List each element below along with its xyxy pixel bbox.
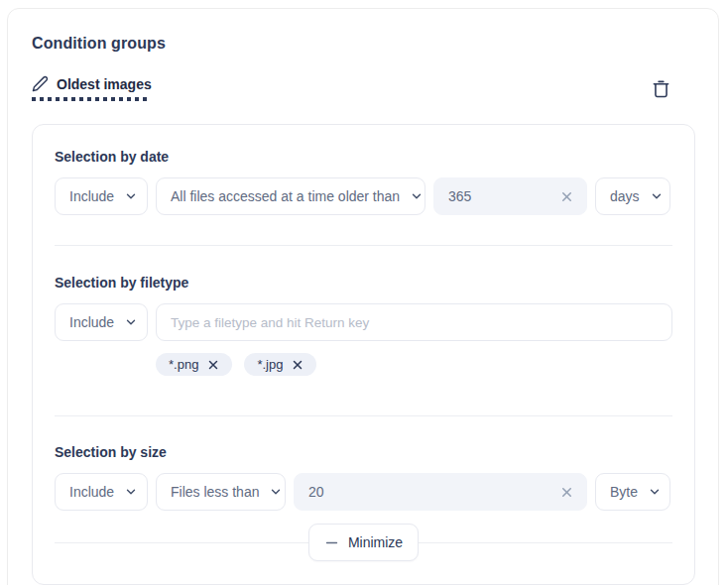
group-name-underline (32, 97, 149, 101)
remove-tag-icon[interactable] (207, 359, 219, 371)
section-divider (55, 245, 672, 246)
minimize-row: Minimize (55, 524, 672, 561)
minimize-label: Minimize (348, 534, 403, 550)
minimize-button[interactable]: Minimize (308, 524, 419, 561)
minus-icon (324, 535, 339, 550)
date-value-input[interactable] (448, 188, 559, 204)
filetype-tag: *.png (156, 353, 232, 376)
filetype-tag-label: *.jpg (257, 357, 283, 372)
size-unit-dropdown[interactable]: Byte (595, 473, 670, 511)
chevron-down-icon (648, 485, 662, 499)
date-include-dropdown[interactable]: Include (55, 177, 148, 215)
section-divider (55, 415, 672, 416)
filetype-input[interactable] (171, 315, 658, 330)
size-include-dropdown[interactable]: Include (55, 473, 148, 511)
date-unit-label: days (610, 188, 640, 204)
section-filetype-heading: Selection by filetype (55, 275, 672, 291)
date-condition-label: All files accessed at a time older than (171, 188, 400, 204)
condition-groups-panel: Condition groups Oldest images Selection… (7, 8, 719, 585)
chevron-down-icon (650, 189, 664, 203)
section-size-heading: Selection by size (55, 444, 672, 460)
group-name-editable[interactable]: Oldest images (32, 75, 152, 101)
group-name-label: Oldest images (57, 76, 152, 92)
date-unit-dropdown[interactable]: days (595, 177, 670, 215)
trash-icon[interactable] (650, 77, 672, 103)
size-condition-label: Files less than (171, 484, 259, 500)
chevron-down-icon (124, 485, 138, 499)
date-include-label: Include (69, 188, 114, 204)
pencil-icon[interactable] (32, 75, 49, 92)
filetype-tags: *.png *.jpg (156, 353, 672, 376)
filetype-include-dropdown[interactable]: Include (55, 303, 148, 341)
size-value-field (294, 473, 587, 511)
chevron-down-icon (124, 189, 138, 203)
page-title: Condition groups (32, 35, 694, 53)
chevron-down-icon (124, 315, 138, 329)
section-date-heading: Selection by date (55, 149, 672, 165)
group-header: Oldest images (32, 75, 694, 103)
size-include-label: Include (69, 484, 114, 500)
chevron-down-icon (269, 485, 283, 499)
section-filetype: Selection by filetype Include *.png (55, 275, 672, 376)
filetype-include-label: Include (69, 314, 114, 330)
filetype-tag: *.jpg (244, 353, 316, 376)
clear-icon[interactable] (559, 485, 574, 500)
size-value-input[interactable] (308, 484, 559, 500)
section-date: Selection by date Include All files acce… (55, 149, 672, 215)
remove-tag-icon[interactable] (292, 359, 303, 371)
size-condition-dropdown[interactable]: Files less than (156, 473, 286, 511)
size-unit-label: Byte (610, 484, 638, 500)
date-value-field (433, 177, 587, 215)
date-condition-dropdown[interactable]: All files accessed at a time older than (156, 177, 425, 215)
clear-icon[interactable] (559, 189, 574, 204)
chevron-down-icon (410, 189, 424, 203)
filetype-input-field (156, 303, 672, 341)
section-size: Selection by size Include Files less tha… (55, 444, 672, 511)
filetype-tag-label: *.png (169, 357, 198, 372)
condition-group-card: Selection by date Include All files acce… (32, 124, 695, 585)
